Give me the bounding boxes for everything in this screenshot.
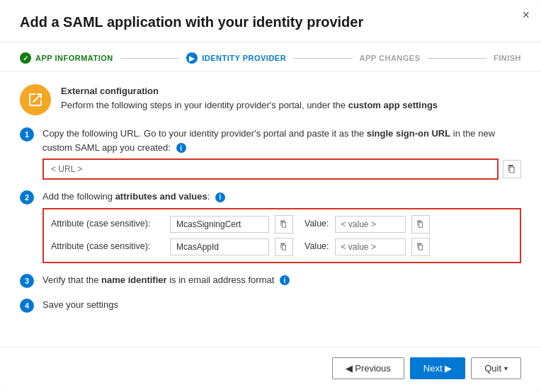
dialog-content: External configuration Perform the follo… bbox=[0, 71, 541, 347]
instruction-step-2: 2 Add the following attributes and value… bbox=[20, 190, 521, 263]
attr-row-1: Attribute (case sensitive): Value: bbox=[51, 215, 513, 234]
value-label-2: Value: bbox=[304, 240, 329, 253]
step-active-icon: ▶ bbox=[186, 52, 198, 64]
steps-list: 1 Copy the following URL. Go to your ide… bbox=[20, 127, 521, 313]
step-3-text-prefix: Verify that the bbox=[42, 275, 101, 285]
step-2-text-suffix: : bbox=[207, 191, 210, 202]
info-icon-3[interactable]: i bbox=[280, 275, 290, 285]
instruction-step-4: 4 Save your settings bbox=[20, 298, 521, 313]
wizard-steps: ✓ APP INFORMATION ▶ IDENTITY PROVIDER AP… bbox=[0, 42, 541, 71]
config-icon-circle bbox=[20, 84, 51, 115]
step-finish-label: FINISH bbox=[494, 54, 521, 62]
value-copy-button-1[interactable] bbox=[411, 215, 430, 234]
step-3-text-bold: name identifier bbox=[101, 275, 166, 285]
next-button[interactable]: Next ▶ bbox=[410, 357, 465, 379]
external-config-header: External configuration Perform the follo… bbox=[20, 84, 521, 115]
step-line-3 bbox=[428, 58, 486, 59]
step-2-text-prefix: Add the following bbox=[42, 191, 115, 202]
step-number-4: 4 bbox=[20, 299, 34, 313]
info-icon-2[interactable]: i bbox=[215, 192, 225, 202]
attributes-table: Attribute (case sensitive): Value: bbox=[42, 208, 521, 263]
config-text-block: External configuration Perform the follo… bbox=[61, 84, 438, 112]
step-1-text-bold: single sign-on URL bbox=[367, 128, 450, 139]
info-icon-1[interactable]: i bbox=[176, 143, 186, 153]
step-app-information: ✓ APP INFORMATION bbox=[20, 52, 113, 64]
step-number-1: 1 bbox=[20, 127, 34, 142]
value-input-2[interactable] bbox=[335, 238, 406, 255]
step-finish: FINISH bbox=[494, 54, 521, 62]
attr-input-2[interactable] bbox=[170, 238, 269, 255]
copy-icon bbox=[280, 243, 288, 251]
step-app-information-label: APP INFORMATION bbox=[35, 54, 113, 62]
config-desc-prefix: Perform the following steps in your iden… bbox=[61, 100, 348, 110]
instruction-step-1: 1 Copy the following URL. Go to your ide… bbox=[20, 127, 521, 180]
attr-copy-button-1[interactable] bbox=[275, 215, 293, 234]
copy-icon bbox=[280, 220, 288, 229]
attr-label-2: Attribute (case sensitive): bbox=[51, 240, 164, 253]
url-field-wrapper bbox=[42, 158, 521, 180]
config-desc-bold: custom app settings bbox=[348, 100, 438, 110]
attr-copy-button-2[interactable] bbox=[275, 238, 293, 256]
value-copy-button-2[interactable] bbox=[411, 238, 430, 256]
step-1-content: Copy the following URL. Go to your ident… bbox=[42, 127, 521, 180]
attr-label-1: Attribute (case sensitive): bbox=[51, 217, 164, 231]
step-line-2 bbox=[293, 58, 352, 59]
step-identity-provider: ▶ IDENTITY PROVIDER bbox=[186, 52, 286, 64]
copy-icon bbox=[416, 243, 425, 251]
dialog-title: Add a SAML application with your identit… bbox=[0, 0, 541, 42]
step-3-text-suffix: is in email address format bbox=[167, 275, 275, 285]
step-3-content: Verify that the name identifier is in em… bbox=[42, 273, 521, 287]
dialog-footer: ◀ Previous Next ▶ Quit ▾ bbox=[0, 347, 541, 392]
step-number-2: 2 bbox=[20, 190, 34, 204]
previous-button[interactable]: ◀ Previous bbox=[332, 357, 404, 379]
external-link-icon bbox=[27, 91, 44, 108]
value-label-1: Value: bbox=[304, 217, 329, 231]
quit-button[interactable]: Quit ▾ bbox=[471, 357, 521, 379]
copy-icon bbox=[416, 220, 425, 229]
step-number-3: 3 bbox=[20, 274, 34, 288]
saml-dialog: × Add a SAML application with your ident… bbox=[0, 0, 541, 392]
step-identity-provider-label: IDENTITY PROVIDER bbox=[202, 54, 286, 62]
step-app-changes: APP CHANGES bbox=[360, 54, 421, 62]
step-app-changes-label: APP CHANGES bbox=[360, 54, 421, 62]
step-2-text-bold: attributes and values bbox=[115, 191, 207, 202]
step-done-icon: ✓ bbox=[20, 52, 31, 64]
quit-label: Quit bbox=[484, 363, 501, 374]
config-title: External configuration bbox=[61, 86, 159, 96]
attr-input-1[interactable] bbox=[170, 216, 269, 233]
copy-icon bbox=[507, 164, 517, 174]
close-button[interactable]: × bbox=[522, 8, 530, 21]
value-input-1[interactable] bbox=[335, 216, 406, 233]
attr-row-2: Attribute (case sensitive): Value: bbox=[51, 238, 513, 256]
url-copy-button[interactable] bbox=[503, 160, 521, 178]
quit-chevron-icon: ▾ bbox=[504, 364, 508, 372]
url-input[interactable] bbox=[42, 158, 499, 180]
instruction-step-3: 3 Verify that the name identifier is in … bbox=[20, 273, 521, 288]
step-4-content: Save your settings bbox=[42, 298, 521, 312]
step-line-1 bbox=[120, 58, 179, 59]
step-4-text-prefix: Save your settings bbox=[42, 299, 118, 310]
step-2-content: Add the following attributes and values:… bbox=[42, 190, 521, 263]
step-1-text-prefix: Copy the following URL. Go to your ident… bbox=[42, 128, 367, 139]
